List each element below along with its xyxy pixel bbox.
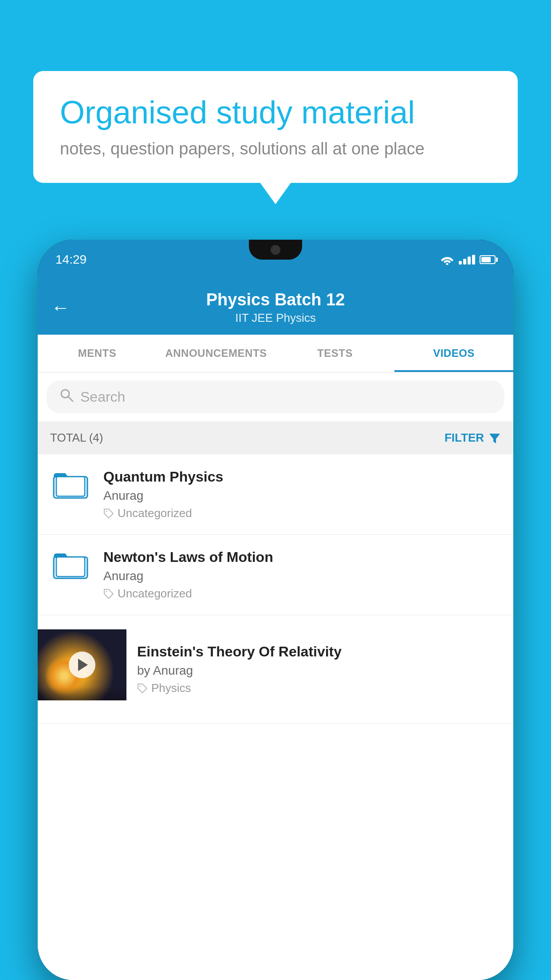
search-icon [59,387,74,406]
list-item[interactable]: Einstein's Theory Of Relativity by Anura… [38,615,513,724]
signal-icon [459,255,475,265]
svg-point-10 [140,685,141,687]
video-tag: Uncategorized [118,506,192,520]
video-title: Einstein's Theory Of Relativity [137,644,492,660]
video-author: by Anurag [137,664,492,678]
app-header: ← Physics Batch 12 IIT JEE Physics [38,280,513,335]
video-title: Newton's Laws of Motion [103,549,503,565]
notch [249,240,302,260]
svg-point-9 [106,591,107,592]
video-tag-row: Uncategorized [103,506,503,520]
filter-button[interactable]: FILTER [445,431,501,445]
svg-rect-8 [56,557,85,577]
folder-icon [53,469,88,500]
phone-frame: 14:29 ← [38,240,513,980]
list-item[interactable]: Quantum Physics Anurag Uncategorized [38,454,513,535]
folder-icon [53,549,88,580]
wifi-icon [440,254,454,265]
batch-title: Physics Batch 12 [79,290,472,309]
speech-bubble: Organised study material notes, question… [33,71,518,183]
search-bar-container: Search [38,372,513,421]
play-button[interactable] [69,652,95,678]
tab-documents[interactable]: MENTS [38,335,157,372]
bubble-title: Organised study material [60,93,491,131]
tag-icon [137,683,148,694]
filter-label: FILTER [445,431,484,445]
video-tag: Physics [151,681,191,695]
video-thumbnail [38,629,126,700]
header-titles: Physics Batch 12 IIT JEE Physics [79,290,472,325]
folder-thumbnail [48,549,93,580]
camera [271,245,280,255]
svg-point-0 [446,263,449,265]
phone-screen: ← Physics Batch 12 IIT JEE Physics MENTS… [38,280,513,980]
video-title: Quantum Physics [103,469,503,485]
status-icons [440,254,496,265]
search-placeholder: Search [80,389,125,405]
list-item[interactable]: Newton's Laws of Motion Anurag Uncategor… [38,535,513,615]
play-triangle-icon [78,659,88,671]
video-list: Quantum Physics Anurag Uncategorized [38,454,513,980]
svg-point-6 [106,510,107,512]
batch-subtitle: IIT JEE Physics [79,311,472,325]
status-bar: 14:29 [38,240,513,280]
total-count: TOTAL (4) [50,431,103,445]
folder-thumbnail [48,469,93,500]
video-info: Quantum Physics Anurag Uncategorized [103,469,503,520]
video-info: Einstein's Theory Of Relativity by Anura… [126,629,503,709]
svg-line-2 [68,397,73,401]
filter-icon [488,432,501,444]
video-tag: Uncategorized [118,587,192,601]
status-time: 14:29 [55,253,87,267]
video-author: Anurag [103,489,503,503]
tag-icon [103,508,114,519]
tag-icon [103,589,114,599]
video-info: Newton's Laws of Motion Anurag Uncategor… [103,549,503,601]
svg-marker-3 [489,434,500,443]
back-button[interactable]: ← [51,297,70,318]
search-bar[interactable]: Search [47,380,504,413]
svg-rect-5 [56,477,85,496]
bubble-subtitle: notes, question papers, solutions all at… [60,139,491,158]
battery-icon [480,255,496,264]
tab-videos[interactable]: VIDEOS [394,335,513,372]
speech-bubble-section: Organised study material notes, question… [33,71,518,183]
tabs-bar: MENTS ANNOUNCEMENTS TESTS VIDEOS [38,335,513,372]
video-tag-row: Physics [137,681,492,695]
tab-announcements[interactable]: ANNOUNCEMENTS [157,335,276,372]
video-author: Anurag [103,569,503,583]
filter-bar: TOTAL (4) FILTER [38,421,513,454]
tab-tests[interactable]: TESTS [276,335,394,372]
video-tag-row: Uncategorized [103,587,503,601]
